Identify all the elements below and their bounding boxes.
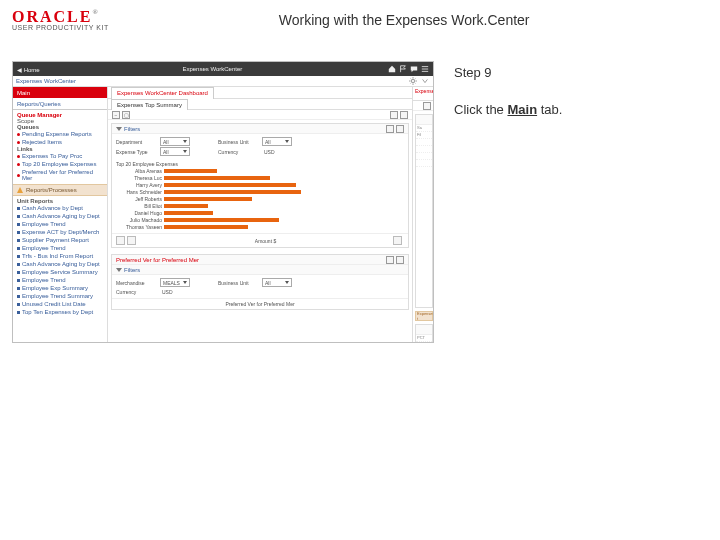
rstrip-box: SaFil [415, 114, 433, 308]
bullet-icon [17, 163, 20, 166]
bullet-icon [17, 223, 20, 226]
sidebar-item-label: Cash Advance Aging by Dept [22, 261, 100, 267]
f-bu-value: All [265, 139, 271, 145]
chart-bar-row: Jeff Roberts [116, 196, 404, 202]
zoom-icon[interactable] [393, 236, 402, 245]
chat-icon[interactable] [410, 65, 418, 73]
bullet-icon [17, 239, 20, 242]
tab-top-summary-label: Expenses Top Summary [117, 102, 182, 108]
sidebar-item[interactable]: Preferred Ver for Preferred Mer [17, 168, 103, 182]
sidebar-item[interactable]: Employee Exp Summary [17, 284, 103, 292]
home-link[interactable]: ◀ Home [17, 66, 40, 73]
tab-main-label: Main [17, 90, 30, 96]
sidebar-item[interactable]: Cash Advance Aging by Dept [17, 260, 103, 268]
sidebar-item[interactable]: Employee Trend Summary [17, 292, 103, 300]
tab-reports[interactable]: Reports/Queries [13, 98, 107, 110]
sidebar-item[interactable]: Pending Expense Reports [17, 130, 103, 138]
rstrip-gear-icon[interactable] [423, 102, 431, 110]
bullet-icon [17, 279, 20, 282]
table-icon[interactable] [127, 236, 136, 245]
chart-category: Daniel Hugo [116, 210, 164, 216]
panel-expand-icon[interactable] [396, 256, 404, 264]
f-currency2-label: Currency [116, 289, 156, 295]
sidebar-item-label: Employee Exp Summary [22, 285, 88, 291]
collapse-icon [116, 127, 122, 131]
sidebar-item[interactable]: Cash Advance by Dept [17, 204, 103, 212]
sidebar-item[interactable]: Expense ACT by Dept/Merch [17, 228, 103, 236]
screenshot: ◀ Home Expenses WorkCenter Expenses Work… [12, 61, 434, 343]
chevron-down-icon [183, 140, 187, 143]
sidebar-item[interactable]: Employee Service Summary [17, 268, 103, 276]
gear-icon[interactable] [409, 77, 417, 85]
filters2-label: Filters [124, 267, 140, 273]
sidebar-item[interactable]: Top Ten Expenses by Dept [17, 308, 103, 316]
f-exptype-label: Expense Type [116, 149, 156, 155]
reports-processes-divider[interactable]: Reports/Processes [13, 184, 107, 196]
instruction: Step 9 Click the Main tab. [454, 61, 562, 122]
breadcrumb[interactable]: Expenses WorkCenter [16, 78, 76, 84]
bullet-icon [17, 255, 20, 258]
chart-bar-row: Bill Eliot [116, 203, 404, 209]
oracle-tm: ® [92, 8, 99, 16]
svg-point-0 [411, 79, 414, 82]
panel-settings-icon[interactable] [386, 125, 394, 133]
panel2-footer-label: Preferred Ver for Preferred Mer [225, 301, 294, 307]
f-merch-select[interactable]: MEALS [160, 278, 190, 287]
preferred-panel-title: Preferred Ver for Preferred Mer [112, 255, 408, 265]
collapse-button[interactable]: − [112, 111, 120, 119]
sidebar-item[interactable]: Supplier Payment Report [17, 236, 103, 244]
rstrip-line: Fil [416, 132, 432, 139]
settings-button[interactable] [390, 111, 398, 119]
sidebar-item[interactable]: Employee Trend [17, 220, 103, 228]
expand-button[interactable]: ▢ [122, 111, 130, 119]
flag-icon[interactable] [399, 65, 407, 73]
preferred-panel-label: Preferred Ver for Preferred Mer [116, 257, 199, 263]
more-button[interactable] [400, 111, 408, 119]
filters2-body: Merchandise MEALS Business Unit All Curr… [112, 275, 408, 298]
sidebar-item[interactable]: Cash Advance Aging by Dept [17, 212, 103, 220]
filters-header[interactable]: Filters [112, 124, 408, 134]
chart-bar [164, 183, 296, 187]
chevron-down-icon[interactable] [421, 77, 429, 85]
chart-category: Alba Arenas [116, 168, 164, 174]
chart-category: Jeff Roberts [116, 196, 164, 202]
tab-main[interactable]: Main [13, 87, 107, 98]
sidebar-item[interactable]: Expenses To Pay Proc [17, 152, 103, 160]
breadcrumb-row: Expenses WorkCenter [13, 76, 433, 87]
f-department-select[interactable]: All [160, 137, 190, 146]
filters2-header[interactable]: Filters [112, 265, 408, 275]
tab-dashboard[interactable]: Expenses WorkCenter Dashboard [111, 87, 214, 99]
sidebar-item[interactable]: Trfs - Bus Ind From Report [17, 252, 103, 260]
rstrip-badge: Expenses t [415, 311, 433, 321]
menu-icon[interactable] [421, 65, 429, 73]
sidebar-item-label: Rejected Items [22, 139, 62, 145]
chart-bar-row: Theresa Luc [116, 175, 404, 181]
bullet-icon [17, 311, 20, 314]
f-exptype-select[interactable]: All [160, 147, 190, 156]
panel-expand-icon[interactable] [396, 125, 404, 133]
rstrip-line [416, 146, 432, 153]
instruction-line: Click the Main tab. [454, 98, 562, 121]
bullet-icon [17, 287, 20, 290]
sidebar-item[interactable]: Unused Credit List Date [17, 300, 103, 308]
home-icon[interactable] [388, 65, 396, 73]
rstrip-box2: PCT [415, 324, 433, 343]
step-label: Step 9 [454, 61, 562, 84]
bullet-icon [17, 295, 20, 298]
rstrip-line [416, 139, 432, 146]
f-exptype-value: All [163, 149, 169, 155]
chart-title: Top 20 Employee Expenses [116, 161, 404, 167]
f-bu2-select[interactable]: All [262, 278, 292, 287]
tab-top-summary[interactable]: Expenses Top Summary [111, 99, 188, 110]
sidebar-item[interactable]: Top 20 Employee Expenses [17, 160, 103, 168]
chart-bar [164, 218, 279, 222]
sidebar-item-label: Cash Advance by Dept [22, 205, 83, 211]
sidebar-item[interactable]: Employee Trend [17, 276, 103, 284]
panel-settings-icon[interactable] [386, 256, 394, 264]
sidebar-item[interactable]: Rejected Items [17, 138, 103, 146]
panel2-footer: Preferred Ver for Preferred Mer [112, 298, 408, 309]
export-icon[interactable] [116, 236, 125, 245]
f-bu-select[interactable]: All [262, 137, 292, 146]
bullet-icon [17, 174, 20, 177]
sidebar-item[interactable]: Employee Trend [17, 244, 103, 252]
